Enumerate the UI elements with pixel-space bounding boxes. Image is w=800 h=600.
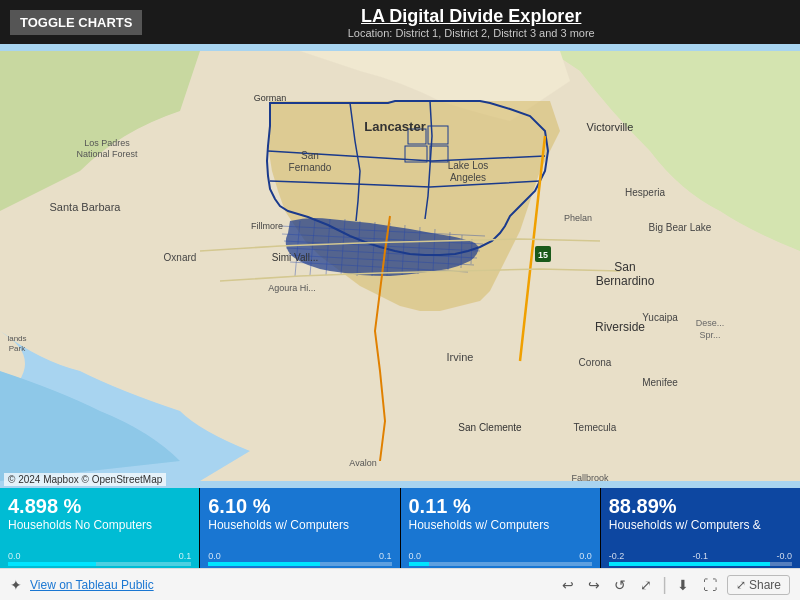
- svg-text:Phelan: Phelan: [564, 213, 592, 223]
- svg-text:Agoura Hi...: Agoura Hi...: [268, 283, 316, 293]
- stat-value-2: 6.10 %: [208, 494, 391, 518]
- svg-text:Lake Los: Lake Los: [448, 160, 489, 171]
- map-attribution: © 2024 Mapbox © OpenStreetMap: [4, 473, 166, 486]
- svg-text:15: 15: [538, 250, 548, 260]
- stat-bar-fill-1: [8, 562, 96, 566]
- svg-text:Bernardino: Bernardino: [596, 274, 655, 288]
- svg-text:Gorman: Gorman: [254, 93, 287, 103]
- stat-card-2: 6.10 % Households w/ Computers 0.0 0.1: [200, 488, 400, 568]
- footer: ✦ View on Tableau Public ↩ ↪ ↺ ⤢ | ⬇ ⛶ ⤢…: [0, 568, 800, 600]
- stat-bar-fill-2: [208, 562, 320, 566]
- map-svg: Lancaster Lake Los Angeles San Fernando …: [0, 44, 800, 488]
- svg-text:Lancaster: Lancaster: [364, 119, 425, 134]
- svg-text:Dese...: Dese...: [696, 318, 725, 328]
- svg-text:San Clemente: San Clemente: [458, 422, 522, 433]
- subtitle: Location: District 1, District 2, Distri…: [152, 27, 790, 39]
- stat-bar-fill-4: [609, 562, 770, 566]
- svg-text:Yucaipa: Yucaipa: [642, 312, 678, 323]
- map-container[interactable]: Lancaster Lake Los Angeles San Fernando …: [0, 44, 800, 488]
- stat-axis-4: -0.2 -0.1 -0.0: [609, 551, 792, 561]
- svg-text:Fernando: Fernando: [289, 162, 332, 173]
- stat-label-3: Households w/ Computers: [409, 518, 592, 534]
- tableau-link[interactable]: View on Tableau Public: [30, 578, 154, 592]
- stat-bar-container-2: 0.0 0.1: [208, 551, 391, 566]
- download-button[interactable]: ⬇: [673, 575, 693, 595]
- share-button[interactable]: ⤢ Share: [727, 575, 790, 595]
- stat-value-4: 88.89%: [609, 494, 792, 518]
- svg-text:lands: lands: [7, 334, 26, 343]
- stat-bar-track-3: [409, 562, 592, 566]
- stat-bar-track-1: [8, 562, 191, 566]
- nav-button[interactable]: ⤢: [636, 575, 656, 595]
- fullscreen-button[interactable]: ⛶: [699, 575, 721, 595]
- stat-bar-container-3: 0.0 0.0: [409, 551, 592, 566]
- stat-axis-1: 0.0 0.1: [8, 551, 191, 561]
- svg-text:San: San: [301, 150, 319, 161]
- svg-text:Temecula: Temecula: [574, 422, 617, 433]
- stat-bar-container-1: 0.0 0.1: [8, 551, 191, 566]
- footer-controls: ↩ ↪ ↺ ⤢ | ⬇ ⛶ ⤢ Share: [558, 574, 790, 595]
- svg-text:Riverside: Riverside: [595, 320, 645, 334]
- svg-text:Oxnard: Oxnard: [164, 252, 197, 263]
- svg-text:Simi Vall...: Simi Vall...: [272, 252, 319, 263]
- undo-button[interactable]: ↩: [558, 575, 578, 595]
- tableau-icon: ✦: [10, 577, 22, 593]
- stat-label-4: Households w/ Computers &: [609, 518, 792, 534]
- share-icon: ⤢: [736, 578, 746, 592]
- svg-text:National Forest: National Forest: [76, 149, 138, 159]
- stat-card-4: 88.89% Households w/ Computers & -0.2 -0…: [601, 488, 800, 568]
- svg-text:Los Padres: Los Padres: [84, 138, 130, 148]
- stat-bar-track-4: [609, 562, 792, 566]
- svg-text:Menifee: Menifee: [642, 377, 678, 388]
- stat-card-3: 0.11 % Households w/ Computers 0.0 0.0: [401, 488, 601, 568]
- svg-text:Avalon: Avalon: [349, 458, 376, 468]
- svg-text:San: San: [614, 260, 635, 274]
- stat-axis-3: 0.0 0.0: [409, 551, 592, 561]
- refresh-button[interactable]: ↺: [610, 575, 630, 595]
- svg-text:Irvine: Irvine: [447, 351, 474, 363]
- page-title: LA Digital Divide Explorer: [152, 6, 790, 27]
- stat-bar-track-2: [208, 562, 391, 566]
- stat-label-2: Households w/ Computers: [208, 518, 391, 534]
- title-area: LA Digital Divide Explorer Location: Dis…: [152, 6, 790, 39]
- stat-card-1: 4.898 % Households No Computers 0.0 0.1: [0, 488, 200, 568]
- app: TOGGLE CHARTS LA Digital Divide Explorer…: [0, 0, 800, 600]
- stat-value-1: 4.898 %: [8, 494, 191, 518]
- toggle-charts-button[interactable]: TOGGLE CHARTS: [10, 10, 142, 35]
- svg-text:Hesperia: Hesperia: [625, 187, 665, 198]
- divider-1: |: [662, 574, 667, 595]
- svg-text:Angeles: Angeles: [450, 172, 486, 183]
- svg-text:Big Bear Lake: Big Bear Lake: [649, 222, 712, 233]
- stat-bar-container-4: -0.2 -0.1 -0.0: [609, 551, 792, 566]
- share-label: Share: [749, 578, 781, 592]
- svg-text:Corona: Corona: [579, 357, 612, 368]
- stat-value-3: 0.11 %: [409, 494, 592, 518]
- svg-text:Spr...: Spr...: [699, 330, 720, 340]
- stat-axis-2: 0.0 0.1: [208, 551, 391, 561]
- redo-button[interactable]: ↪: [584, 575, 604, 595]
- header: TOGGLE CHARTS LA Digital Divide Explorer…: [0, 0, 800, 44]
- svg-text:Fallbrook: Fallbrook: [571, 473, 609, 483]
- stat-bar-fill-3: [409, 562, 429, 566]
- stat-label-1: Households No Computers: [8, 518, 191, 534]
- svg-text:Santa Barbara: Santa Barbara: [50, 201, 122, 213]
- stats-row: 4.898 % Households No Computers 0.0 0.1 …: [0, 488, 800, 568]
- svg-text:Park: Park: [9, 344, 26, 353]
- svg-text:Victorville: Victorville: [587, 121, 634, 133]
- svg-text:Fillmore: Fillmore: [251, 221, 283, 231]
